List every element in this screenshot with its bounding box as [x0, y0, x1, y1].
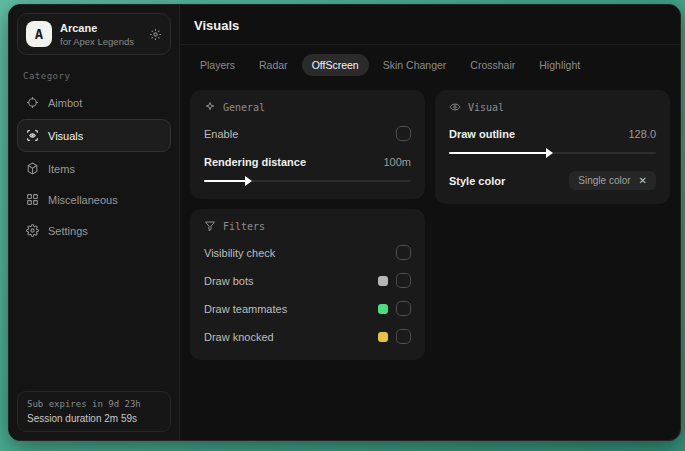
close-icon[interactable]: ✕ [639, 175, 647, 186]
rendering-distance-label: Rendering distance [204, 156, 306, 168]
rendering-distance-value: 100m [383, 156, 411, 168]
session-duration-text: Session duration 2m 59s [27, 413, 161, 424]
draw-outline-row: Draw outline 128.0 [449, 123, 656, 144]
crosshair-icon [26, 96, 39, 109]
draw-teammates-color-swatch[interactable] [378, 304, 388, 314]
sidebar-item-items[interactable]: Items [17, 154, 171, 183]
package-icon [26, 162, 39, 175]
enable-row: Enable [204, 123, 411, 144]
draw-bots-checkbox[interactable] [396, 273, 411, 288]
filters-panel-title: Filters [223, 221, 265, 232]
general-panel: General Enable Rendering distance 100m [190, 90, 425, 199]
app-title: Arcane [60, 22, 141, 34]
sidebar-item-visuals[interactable]: Visuals [17, 119, 171, 152]
gear-icon [26, 224, 39, 237]
sidebar: A Arcane for Apex Legends Category Aimbo… [9, 5, 180, 440]
filter-row: Draw teammates [204, 298, 411, 319]
app-logo: A [26, 21, 52, 47]
app-subtitle: for Apex Legends [60, 36, 141, 47]
content-area: Visuals Players Radar OffScreen Skin Cha… [180, 5, 680, 440]
slider-thumb[interactable] [546, 148, 553, 158]
app-window: A Arcane for Apex Legends Category Aimbo… [8, 4, 681, 441]
style-color-select[interactable]: Single color ✕ [569, 171, 656, 190]
draw-outline-label: Draw outline [449, 128, 515, 140]
filters-panel: Filters Visibility check Draw bots [190, 209, 425, 360]
eye-icon [449, 101, 461, 113]
style-color-label: Style color [449, 175, 505, 187]
rendering-distance-row: Rendering distance 100m [204, 151, 411, 172]
rendering-distance-slider[interactable] [204, 176, 411, 186]
sidebar-item-settings[interactable]: Settings [17, 216, 171, 245]
draw-knocked-color-swatch[interactable] [378, 332, 388, 342]
sub-expiry-text: Sub expires in 9d 23h [27, 399, 161, 409]
draw-outline-slider[interactable] [449, 148, 656, 158]
app-header: A Arcane for Apex Legends [17, 13, 171, 55]
settings-icon[interactable] [149, 28, 162, 41]
tab-players[interactable]: Players [190, 54, 245, 76]
sidebar-item-aimbot[interactable]: Aimbot [17, 88, 171, 117]
sidebar-item-label: Miscellaneous [48, 194, 118, 206]
sidebar-item-label: Items [48, 163, 75, 175]
filter-row: Visibility check [204, 242, 411, 263]
sidebar-item-miscellaneous[interactable]: Miscellaneous [17, 185, 171, 214]
tab-crosshair[interactable]: Crosshair [460, 54, 525, 76]
funnel-icon [204, 220, 216, 232]
enable-label: Enable [204, 128, 238, 140]
tab-offscreen[interactable]: OffScreen [302, 54, 369, 76]
sidebar-item-label: Aimbot [48, 97, 82, 109]
sparkle-icon [204, 101, 216, 113]
tab-highlight[interactable]: Highlight [529, 54, 590, 76]
visual-panel: Visual Draw outline 128.0 Style color [435, 90, 670, 204]
filter-row: Draw knocked [204, 326, 411, 347]
eye-scan-icon [26, 129, 39, 142]
style-color-value: Single color [578, 175, 630, 186]
page-title: Visuals [194, 18, 666, 33]
draw-bots-color-swatch[interactable] [378, 276, 388, 286]
style-color-row: Style color Single color ✕ [449, 170, 656, 191]
tab-bar: Players Radar OffScreen Skin Changer Cro… [180, 45, 680, 80]
draw-teammates-checkbox[interactable] [396, 301, 411, 316]
session-info-box: Sub expires in 9d 23h Session duration 2… [17, 391, 171, 432]
panel-area: General Enable Rendering distance 100m [180, 80, 680, 440]
general-panel-title: General [223, 102, 265, 113]
tab-radar[interactable]: Radar [249, 54, 298, 76]
draw-knocked-checkbox[interactable] [396, 329, 411, 344]
tab-skin-changer[interactable]: Skin Changer [373, 54, 457, 76]
category-label: Category [23, 71, 165, 81]
grid-icon [26, 193, 39, 206]
enable-checkbox[interactable] [396, 126, 411, 141]
filter-row: Draw bots [204, 270, 411, 291]
draw-outline-value: 128.0 [628, 128, 656, 140]
slider-thumb[interactable] [245, 176, 252, 186]
visual-panel-title: Visual [468, 102, 504, 113]
sidebar-item-label: Settings [48, 225, 88, 237]
visibility-check-checkbox[interactable] [396, 245, 411, 260]
content-header: Visuals [180, 5, 680, 45]
sidebar-item-label: Visuals [48, 130, 83, 142]
